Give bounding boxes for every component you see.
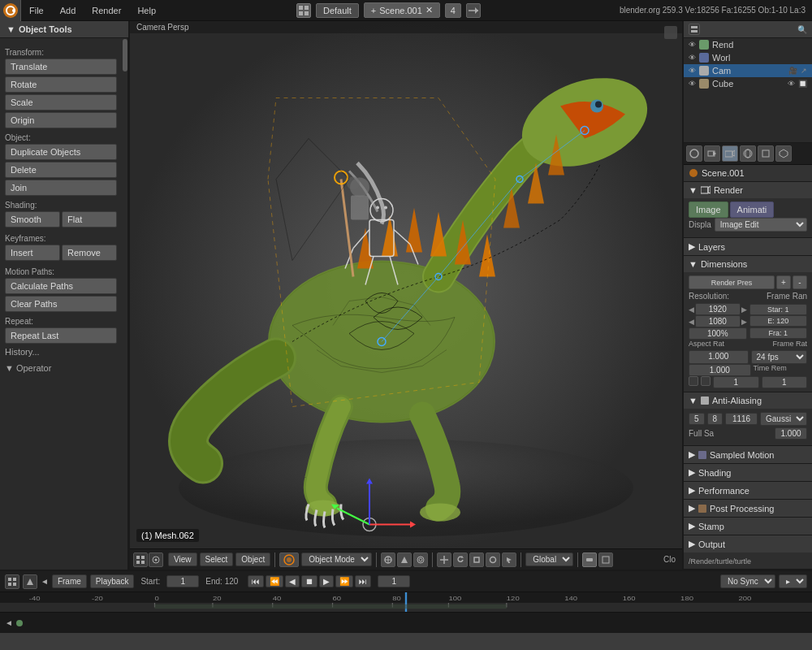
res-y-val[interactable]: 1080 (695, 315, 741, 327)
dimensions-section-header[interactable]: ▼ Dimensions (684, 256, 812, 272)
play-reverse-btn[interactable]: ◀ (285, 575, 300, 587)
bbox-icon[interactable] (486, 552, 500, 567)
smooth-btn[interactable]: Smooth (5, 211, 60, 228)
prop-mesh-icon[interactable] (775, 145, 792, 162)
calc-paths-btn[interactable]: Calculate Paths (5, 278, 117, 294)
scene-tab[interactable]: + Scene.001 ✕ (364, 2, 440, 18)
view-icon[interactable] (149, 552, 163, 567)
layer2-icon[interactable] (598, 552, 613, 567)
prev-frame-btn[interactable]: ⏪ (266, 575, 283, 587)
tl-context-icon[interactable] (5, 574, 19, 589)
tl-start-val[interactable]: 1 (166, 575, 199, 587)
shading-section-header[interactable]: ▶ Shading (684, 464, 812, 481)
rotate-icon[interactable] (453, 552, 468, 567)
displa-select[interactable]: Image Edit (715, 218, 807, 232)
timeline-track[interactable]: -40 -20 0 20 40 60 80 100 120 140 160 18… (0, 592, 812, 612)
time-val2[interactable]: 1 (762, 376, 808, 388)
preset-remove-btn[interactable]: - (793, 275, 807, 289)
prop-world-icon[interactable] (740, 145, 756, 162)
transform-orientation[interactable]: Global (525, 552, 573, 566)
tl-marker-icon[interactable] (23, 574, 37, 589)
menu-add[interactable]: Add (52, 0, 84, 20)
cb1[interactable] (689, 376, 698, 386)
preset-add-btn[interactable]: + (776, 275, 791, 289)
snap-icon[interactable] (397, 552, 412, 567)
repeat-last-btn[interactable]: Repeat Last (5, 327, 117, 344)
scale-icon[interactable] (469, 552, 484, 567)
aa-filter-select[interactable]: Gaussi (760, 412, 807, 426)
origin-btn[interactable]: Origin (5, 112, 117, 128)
left-scrollbar[interactable] (122, 38, 128, 570)
prop-scene-icon[interactable] (686, 145, 702, 162)
render-section-header[interactable]: ▼ Render (684, 182, 812, 198)
sync-select[interactable]: No Sync (720, 574, 775, 588)
cam-cursor[interactable]: ↗ (801, 67, 807, 75)
pivot-icon[interactable] (381, 552, 395, 567)
layer-num[interactable]: 4 (445, 3, 461, 18)
full-sa-val[interactable]: 1.000 (775, 427, 807, 440)
engine-selector[interactable]: Default (316, 3, 359, 18)
next-frame-btn[interactable]: ⏩ (335, 575, 353, 587)
outliner-item-cube[interactable]: 👁 Cube 👁 🔲 (684, 77, 812, 90)
skip-start-btn[interactable]: ⏮ (248, 575, 264, 587)
join-btn[interactable]: Join (5, 180, 117, 196)
sampled-motion-header[interactable]: ▶ Sampled Motion (684, 446, 812, 463)
object-mode-select[interactable]: Object Mode (301, 552, 372, 566)
scroll-thumb[interactable] (123, 39, 127, 72)
stop-btn[interactable]: ⏹ (301, 575, 317, 587)
search-icon[interactable]: 🔍 (797, 25, 807, 34)
outliner-item-rend[interactable]: 👁 Rend (684, 38, 812, 51)
outliner-item-cam[interactable]: 👁 Cam 🎥 ↗ (684, 64, 812, 77)
fps-select[interactable]: 24 fps (751, 350, 808, 364)
rotate-btn[interactable]: Rotate (5, 76, 117, 93)
layers-section-header[interactable]: ▶ Layers (684, 238, 812, 255)
viewport[interactable]: Camera Persp (130, 21, 682, 548)
translate-icon[interactable] (437, 552, 451, 567)
outliner-view-icon[interactable] (689, 24, 700, 35)
scale-btn[interactable]: Scale (5, 94, 117, 110)
prop-render-icon[interactable] (704, 145, 720, 162)
aa-section-header[interactable]: ▼ Anti-Aliasing (684, 392, 812, 409)
view-btn[interactable]: View (168, 552, 197, 566)
aa-val3[interactable]: 1116 (725, 413, 758, 425)
prop-object-icon[interactable] (758, 145, 774, 162)
remove-btn[interactable]: Remove (62, 245, 117, 261)
menu-file[interactable]: File (21, 0, 52, 20)
res-pct-val[interactable]: 100% (689, 327, 747, 340)
menu-help[interactable]: Help (129, 0, 164, 20)
viewport-corner[interactable] (664, 26, 677, 39)
stamp-section-header[interactable]: ▶ Stamp (684, 518, 812, 535)
screen-layout-icon[interactable] (296, 3, 311, 18)
cursor-icon[interactable] (502, 552, 516, 567)
frame-start-val[interactable]: Star: 1 (749, 304, 808, 315)
render-image-btn[interactable]: Image (689, 202, 728, 218)
outliner-item-world[interactable]: 👁 Worl (684, 51, 812, 64)
render-anim-btn[interactable]: Animati (730, 202, 775, 218)
time-val1[interactable]: 1 (713, 376, 759, 388)
cb2[interactable] (701, 376, 710, 386)
skip-end-btn[interactable]: ⏭ (355, 575, 371, 587)
clear-paths-btn[interactable]: Clear Paths (5, 296, 117, 312)
delete-btn[interactable]: Delete (5, 162, 117, 178)
aspect-y-val[interactable]: 1.000 (689, 364, 751, 376)
prop-camera-icon[interactable] (722, 145, 738, 162)
render-preset-btn[interactable]: Render Pres (689, 275, 775, 289)
output-section-header[interactable]: ▶ Output (684, 535, 812, 552)
insert-btn[interactable]: Insert (5, 245, 60, 261)
playback-btn[interactable]: Playback (90, 574, 135, 588)
frame-btn[interactable]: Frame (52, 574, 87, 588)
res-x-val[interactable]: 1920 (695, 303, 741, 315)
frame-cur-val[interactable]: Fra: 1 (749, 327, 808, 339)
context-icon[interactable] (133, 552, 148, 567)
history-btn[interactable]: History... (5, 345, 40, 358)
aspect-x-val[interactable]: 1.000 (689, 350, 749, 364)
proportional-icon[interactable] (413, 552, 428, 567)
post-processing-header[interactable]: ▶ Post Processing (684, 500, 812, 517)
performance-section-header[interactable]: ▶ Performance (684, 482, 812, 499)
menu-render[interactable]: Render (84, 0, 129, 20)
current-frame-val[interactable]: 1 (378, 575, 410, 587)
frame-end-val[interactable]: E: 120 (749, 315, 808, 327)
play-btn[interactable]: ▶ (319, 575, 334, 587)
aa-val2[interactable]: 8 (707, 413, 723, 425)
translate-btn[interactable]: Translate (5, 58, 117, 75)
